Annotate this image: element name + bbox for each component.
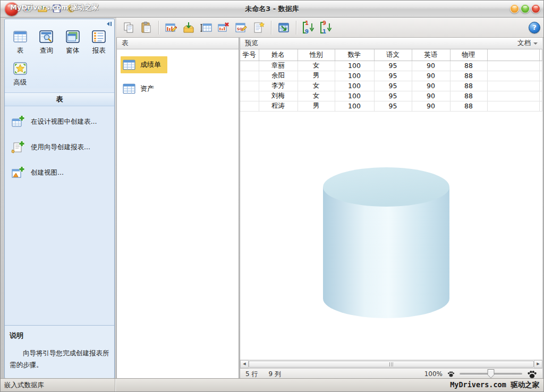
preview-footer: 5 行 9 列 100% [240, 368, 542, 379]
tables-panel-title: 表 [122, 39, 129, 48]
delete-table-button[interactable] [216, 20, 232, 36]
table-icon [12, 29, 28, 45]
toolbar-separator [296, 21, 296, 35]
table-row: 余阳 男 100 95 90 88 [240, 71, 542, 81]
category-advanced[interactable]: 高级 [7, 61, 33, 87]
table-row: 章丽 女 100 95 90 88 [240, 61, 542, 71]
preview-panel: 预览 文档 学号 姓名 性别 数学 语文 英语 物理 [240, 38, 542, 379]
database-cylinder-graphic [322, 167, 450, 319]
action-create-table-design[interactable]: 在设计视图中创建表... [11, 115, 108, 129]
column-header: 物理 [450, 49, 487, 61]
design-table-icon [165, 21, 177, 34]
preview-title: 预览 [245, 39, 258, 48]
export-table-button[interactable] [276, 20, 292, 36]
watermark-top: MyDrivers.com 驱动之家 [10, 3, 98, 12]
category-label: 高级 [13, 78, 27, 87]
sort-ascending-icon: 1 9 [303, 22, 314, 33]
paste-icon [140, 21, 152, 34]
toolbar-separator [271, 21, 271, 35]
description-text: 向导将引导您完成创建报表所需的步骤。 [10, 347, 109, 371]
column-header [487, 49, 539, 61]
tables-panel-header: 表 [117, 38, 239, 49]
sidebar-actions: 在设计视图中创建表... 使用向导创建报表... [5, 106, 114, 180]
column-count: 9 列 [268, 370, 280, 379]
table-item-label: 资产 [140, 84, 154, 93]
table-row: 李芳 女 100 95 90 88 [240, 81, 542, 91]
query-icon [38, 29, 54, 45]
row-count: 5 行 [245, 370, 258, 379]
table-list-icon [123, 82, 135, 95]
maximize-button[interactable] [521, 4, 530, 13]
sidebar-section-title: 表 [5, 92, 114, 106]
status-bar: 嵌入式数据库 MyDrivers.com 驱动之家 [1, 378, 543, 391]
toolbar-separator [158, 21, 159, 35]
document-dropdown-label: 文档 [517, 39, 531, 48]
delete-table-icon [217, 21, 230, 34]
insert-column-button[interactable] [198, 20, 214, 36]
copy-button[interactable] [121, 20, 137, 36]
title-bar: 未命名3 - 数据库 MyDrivers.com 驱动之家 [1, 1, 543, 18]
category-queries[interactable]: 查询 [33, 29, 60, 55]
table-item-zichan[interactable]: 资产 [121, 80, 160, 97]
sort-ascending-button[interactable]: 1 9 [301, 20, 317, 36]
column-header: 学号 [240, 49, 259, 61]
category-label: 窗体 [66, 46, 79, 55]
zoom-slider[interactable] [460, 373, 522, 375]
zoom-out-paw-icon[interactable] [447, 370, 455, 378]
grid-header-row: 学号 姓名 性别 数学 语文 英语 物理 [240, 49, 542, 61]
column-header: 语文 [374, 49, 412, 61]
form-icon [65, 29, 81, 45]
zoom-level: 100% [424, 370, 443, 378]
table-row: 程涛 男 100 95 90 88 [240, 101, 542, 111]
category-reports[interactable]: 报表 [86, 29, 113, 55]
description-title: 说明 [10, 331, 109, 340]
category-forms[interactable]: 窗体 [60, 29, 86, 55]
design-table-button[interactable] [163, 20, 179, 36]
sql-editor-icon: SQL [235, 21, 248, 34]
column-header: 性别 [298, 49, 335, 61]
preview-content: 学号 姓名 性别 数学 语文 英语 物理 章丽 女 100 95 90 [240, 49, 542, 360]
import-data-button[interactable] [181, 20, 197, 36]
minimize-button[interactable] [510, 4, 519, 13]
category-grid: 表 查询 窗体 [5, 19, 114, 88]
tables-list-panel: 表 成绩单 资产 [116, 38, 239, 379]
zoom-in-paw-icon[interactable] [527, 369, 537, 379]
category-label: 报表 [92, 46, 106, 55]
data-grid: 学号 姓名 性别 数学 语文 英语 物理 章丽 女 100 95 90 [240, 49, 542, 112]
category-label: 查询 [40, 46, 53, 55]
sql-editor-button[interactable]: SQL [233, 20, 249, 36]
wizard-report-icon [11, 140, 26, 155]
app-window: 未命名3 - 数据库 MyDrivers.com 驱动之家 [0, 0, 544, 392]
sort-descending-icon: 9 1 [320, 22, 332, 33]
import-data-icon [182, 21, 195, 34]
description-panel: 说明 向导将引导您完成创建报表所需的步骤。 [5, 325, 114, 378]
new-report-icon [252, 21, 265, 34]
scrollbar-thumb[interactable] [249, 361, 534, 368]
collapse-sidebar-button[interactable] [104, 21, 112, 27]
create-table-icon [11, 115, 26, 129]
sort-descending-button[interactable]: 9 1 [318, 20, 334, 36]
document-dropdown-button[interactable]: 文档 [517, 39, 538, 48]
action-label: 创建视图... [31, 168, 64, 177]
column-header [539, 49, 542, 61]
table-list-icon [123, 58, 135, 71]
paste-button[interactable] [138, 20, 154, 36]
scroll-left-button[interactable]: ◀ [240, 360, 249, 368]
zoom-controls: 100% [424, 369, 537, 379]
main-toolbar: SQL 1 9 [116, 18, 544, 38]
category-tables[interactable]: 表 [7, 29, 33, 55]
close-button[interactable] [531, 4, 540, 13]
new-report-button[interactable] [251, 20, 267, 36]
help-button[interactable]: ? [529, 22, 540, 33]
watermark-bottom: MyDrivers.com 驱动之家 [450, 380, 543, 390]
sidebar: 表 查询 窗体 [4, 19, 115, 379]
report-icon [91, 29, 107, 45]
action-create-view[interactable]: 创建视图... [11, 166, 108, 180]
action-create-report-wizard[interactable]: 使用向导创建报表... [11, 140, 108, 155]
chevron-down-icon [533, 42, 538, 47]
table-item-chengjidan[interactable]: 成绩单 [121, 56, 167, 73]
advanced-star-icon [12, 61, 28, 76]
table-item-label: 成绩单 [140, 60, 161, 70]
insert-column-icon [200, 21, 212, 34]
scroll-right-button[interactable]: ▶ [534, 360, 542, 368]
